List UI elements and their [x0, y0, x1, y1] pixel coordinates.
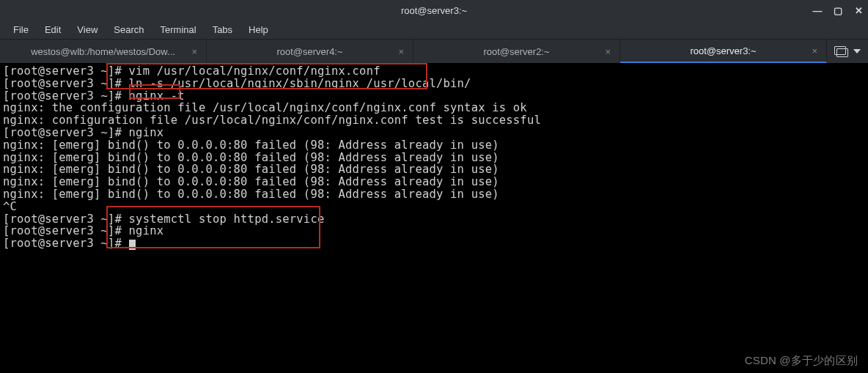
watermark: CSDN @多于少的区别: [745, 355, 858, 367]
tab-close-icon[interactable]: ×: [191, 46, 197, 57]
terminal[interactable]: [root@server3 ~]# vim /usr/local/nginx/c…: [0, 63, 868, 373]
window-title: root@server3:~: [401, 5, 467, 16]
tab-extras: [827, 40, 868, 63]
menu-view[interactable]: View: [70, 22, 105, 37]
menubar: File Edit View Search Terminal Tabs Help: [0, 21, 868, 40]
tabbar: westos@wlb:/home/westos/Dow... × root@se…: [0, 40, 868, 63]
tab-session-2[interactable]: root@server4:~ ×: [207, 40, 413, 63]
terminal-line: nginx: [emerg] bind() to 0.0.0.0:80 fail…: [3, 188, 865, 201]
terminal-line: nginx: the configuration file /usr/local…: [3, 102, 865, 114]
menu-search[interactable]: Search: [106, 22, 151, 37]
terminal-line: nginx: [emerg] bind() to 0.0.0.0:80 fail…: [3, 152, 865, 164]
menu-help[interactable]: Help: [241, 22, 276, 37]
menu-file[interactable]: File: [6, 22, 36, 37]
cursor: [129, 240, 136, 250]
terminal-line: [root@server3 ~]# vim /usr/local/nginx/c…: [3, 65, 865, 78]
tab-close-icon[interactable]: ×: [812, 45, 817, 56]
tab-close-icon[interactable]: ×: [605, 46, 611, 57]
terminal-line: [root@server3 ~]#: [3, 237, 865, 250]
menu-tabs[interactable]: Tabs: [205, 22, 240, 37]
terminal-line: [root@server3 ~]# nginx: [3, 127, 865, 139]
terminal-line: [root@server3 ~]# nginx: [3, 225, 865, 237]
menu-edit[interactable]: Edit: [37, 22, 68, 37]
tab-label: root@server3:~: [690, 45, 756, 56]
terminal-line: [root@server3 ~]# systemctl stop httpd.s…: [3, 213, 865, 226]
minimize-button[interactable]: —: [812, 5, 823, 16]
maximize-button[interactable]: ▢: [833, 5, 843, 16]
titlebar: root@server3:~ — ▢ ✕: [0, 0, 868, 21]
tab-close-icon[interactable]: ×: [398, 46, 404, 57]
close-button[interactable]: ✕: [853, 5, 864, 16]
terminal-line: nginx: [emerg] bind() to 0.0.0.0:80 fail…: [3, 163, 865, 176]
terminal-line: nginx: configuration file /usr/local/ngi…: [3, 114, 865, 127]
terminal-line: [root@server3 ~]# ln -s /usr/local/nginx…: [3, 78, 865, 90]
tab-menu-chevron-down-icon[interactable]: [853, 49, 861, 53]
tab-label: root@server4:~: [276, 46, 342, 57]
terminal-line: nginx: [emerg] bind() to 0.0.0.0:80 fail…: [3, 176, 865, 188]
window: root@server3:~ — ▢ ✕ File Edit View Sear…: [0, 0, 868, 373]
menu-terminal[interactable]: Terminal: [153, 22, 204, 37]
terminal-line: nginx: [emerg] bind() to 0.0.0.0:80 fail…: [3, 139, 865, 152]
terminal-line: [root@server3 ~]# nginx -t: [3, 90, 865, 103]
tab-session-4[interactable]: root@server3:~ ×: [620, 40, 827, 63]
tab-label: root@server2:~: [483, 46, 549, 57]
window-controls: — ▢ ✕: [812, 5, 864, 16]
tab-session-1[interactable]: westos@wlb:/home/westos/Dow... ×: [0, 40, 207, 63]
terminal-line: ^C: [3, 201, 865, 213]
tab-label: westos@wlb:/home/westos/Dow...: [31, 46, 175, 57]
tab-session-3[interactable]: root@server2:~ ×: [413, 40, 620, 63]
new-tab-icon[interactable]: [834, 46, 846, 56]
